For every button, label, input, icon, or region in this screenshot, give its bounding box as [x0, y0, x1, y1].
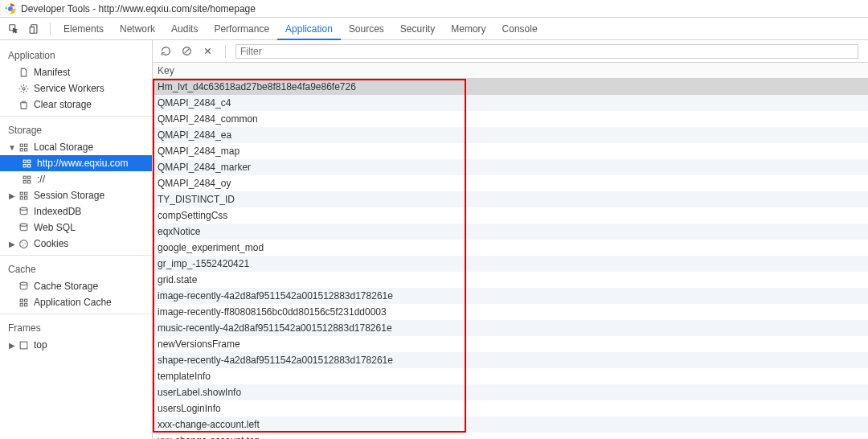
inspect-icon[interactable]	[3, 18, 24, 39]
sidebar-item-label: top	[34, 339, 47, 351]
storage-key-row[interactable]: image-recently-4a2d8af9511542a001512883d…	[153, 288, 868, 304]
sidebar-group-frames: Frames	[0, 318, 152, 337]
sidebar-group-application: Application	[0, 45, 152, 64]
device-toggle-icon[interactable]	[24, 18, 45, 39]
sidebar-item-label: Session Storage	[34, 190, 104, 201]
storage-key-row[interactable]: image-recently-ff80808156bc0dd80156c5f23…	[153, 304, 868, 320]
expand-arrow-icon[interactable]: ▶	[8, 341, 16, 350]
storage-key-row[interactable]: grid.state	[153, 272, 868, 288]
storage-key-row[interactable]: QMAPI_2484_ea	[153, 127, 868, 143]
storage-key-row[interactable]: QMAPI_2484_oy	[153, 175, 868, 191]
devtools-tabstrip: ElementsNetworkAuditsPerformanceApplicat…	[0, 18, 868, 40]
svg-rect-4	[30, 27, 34, 33]
window-title: Developer Tools - http://www.eqxiu.com/s…	[21, 3, 256, 14]
storage-key-row[interactable]: QMAPI_2484_map	[153, 143, 868, 159]
storage-key-row[interactable]: xxx-change-account.left	[153, 416, 868, 433]
sidebar-item--[interactable]: ://	[0, 171, 152, 187]
sidebar-item-label: Application Cache	[34, 297, 112, 308]
sidebar-item-local-storage[interactable]: ▼Local Storage	[0, 139, 152, 155]
storage-key-row[interactable]: eqxNotice	[153, 224, 868, 240]
storage-key-row[interactable]: music-recently-4a2d8af9511542a001512883d…	[153, 320, 868, 336]
sidebar-item-application-cache[interactable]: Application Cache	[0, 294, 152, 310]
divider	[225, 45, 226, 58]
grid-icon	[21, 158, 32, 169]
content-toolbar	[153, 40, 868, 63]
sidebar-item-label: Local Storage	[34, 142, 93, 153]
sidebar-item-session-storage[interactable]: ▶Session Storage	[0, 187, 152, 203]
tab-memory[interactable]: Memory	[443, 18, 493, 40]
sidebar-item-label: Manifest	[34, 67, 70, 78]
tab-application[interactable]: Application	[277, 18, 341, 40]
storage-key-row[interactable]: userLabel.showInfo	[153, 384, 868, 400]
expand-arrow-icon[interactable]: ▶	[8, 240, 16, 248]
svg-line-6	[184, 49, 188, 53]
main-split: Application Manifest Service Workers Cle…	[0, 40, 868, 439]
file-icon	[18, 67, 29, 78]
trash-icon	[18, 99, 29, 110]
storage-key-row[interactable]: QMAPI_2484_marker	[153, 159, 868, 175]
divider	[50, 23, 51, 35]
grid-icon	[18, 190, 29, 201]
grid-icon	[18, 297, 29, 308]
expand-arrow-icon[interactable]: ▶	[8, 191, 16, 200]
tab-audits[interactable]: Audits	[163, 18, 206, 40]
grid-icon	[21, 174, 32, 185]
storage-content: Key Hm_lvt_d4c63618ad27be8f818e4fa9e86fe…	[153, 40, 868, 439]
db-icon	[18, 206, 29, 217]
sidebar-item-top[interactable]: ▶top	[0, 337, 152, 353]
window-titlebar: Developer Tools - http://www.eqxiu.com/s…	[0, 0, 868, 18]
sidebar-item-label: Cookies	[34, 238, 68, 249]
cookie-icon	[18, 238, 29, 249]
key-column-header[interactable]: Key	[153, 63, 868, 79]
application-sidebar: Application Manifest Service Workers Cle…	[0, 40, 153, 439]
key-list: Hm_lvt_d4c63618ad27be8f818e4fa9e86fe726Q…	[153, 79, 868, 439]
storage-key-row[interactable]: xxx-change-account.top	[153, 433, 868, 439]
sidebar-item-http-www-eqxiu-com[interactable]: http://www.eqxiu.com	[0, 155, 152, 171]
sidebar-item-label: http://www.eqxiu.com	[37, 158, 128, 169]
sidebar-item-web-sql[interactable]: Web SQL	[0, 220, 152, 236]
sidebar-item-label: Cache Storage	[34, 281, 98, 292]
tab-network[interactable]: Network	[112, 18, 163, 40]
db-icon	[18, 222, 29, 233]
sidebar-item-label: Web SQL	[34, 222, 76, 233]
storage-key-row[interactable]: templateInfo	[153, 368, 868, 384]
storage-key-row[interactable]: Hm_lvt_d4c63618ad27be8f818e4fa9e86fe726	[153, 79, 868, 95]
divider	[0, 116, 152, 117]
tab-performance[interactable]: Performance	[206, 18, 277, 40]
clear-all-icon[interactable]	[178, 43, 194, 59]
sidebar-item-cache-storage[interactable]: Cache Storage	[0, 278, 152, 294]
sidebar-item-label: ://	[37, 174, 45, 185]
sidebar-item-label: IndexedDB	[34, 206, 81, 217]
storage-key-row[interactable]: google_experiment_mod	[153, 240, 868, 256]
filter-input[interactable]	[235, 44, 858, 59]
sidebar-item-service-workers[interactable]: Service Workers	[0, 80, 152, 96]
storage-key-row[interactable]: QMAPI_2484_common	[153, 111, 868, 127]
storage-key-row[interactable]: TY_DISTINCT_ID	[153, 191, 868, 207]
tab-console[interactable]: Console	[494, 18, 546, 40]
tab-elements[interactable]: Elements	[55, 18, 112, 40]
sidebar-item-cookies[interactable]: ▶Cookies	[0, 236, 152, 252]
frame-icon	[18, 339, 29, 351]
gear-icon	[18, 83, 29, 94]
sidebar-group-storage: Storage	[0, 120, 152, 139]
sidebar-item-manifest[interactable]: Manifest	[0, 64, 152, 80]
storage-key-row[interactable]: usersLoginInfo	[153, 400, 868, 416]
delete-selected-icon[interactable]	[199, 43, 215, 59]
divider	[0, 255, 152, 256]
storage-key-row[interactable]: compSettingCss	[153, 207, 868, 224]
tab-sources[interactable]: Sources	[341, 18, 392, 40]
sidebar-item-clear-storage[interactable]: Clear storage	[0, 96, 152, 113]
storage-key-row[interactable]: gr_imp_-1552420421	[153, 256, 868, 272]
expand-arrow-icon[interactable]: ▼	[8, 143, 16, 152]
chrome-logo-icon	[5, 3, 16, 14]
storage-key-row[interactable]: shape-recently-4a2d8af9511542a001512883d…	[153, 352, 868, 368]
refresh-icon[interactable]	[158, 43, 174, 59]
divider	[0, 314, 152, 314]
sidebar-item-indexeddb[interactable]: IndexedDB	[0, 203, 152, 220]
storage-key-row[interactable]: QMAPI_2484_c4	[153, 95, 868, 111]
sidebar-item-label: Clear storage	[34, 99, 92, 110]
storage-key-row[interactable]: newVersionsFrame	[153, 336, 868, 352]
tab-security[interactable]: Security	[392, 18, 443, 40]
sidebar-item-label: Service Workers	[34, 83, 104, 94]
grid-icon	[18, 142, 29, 153]
